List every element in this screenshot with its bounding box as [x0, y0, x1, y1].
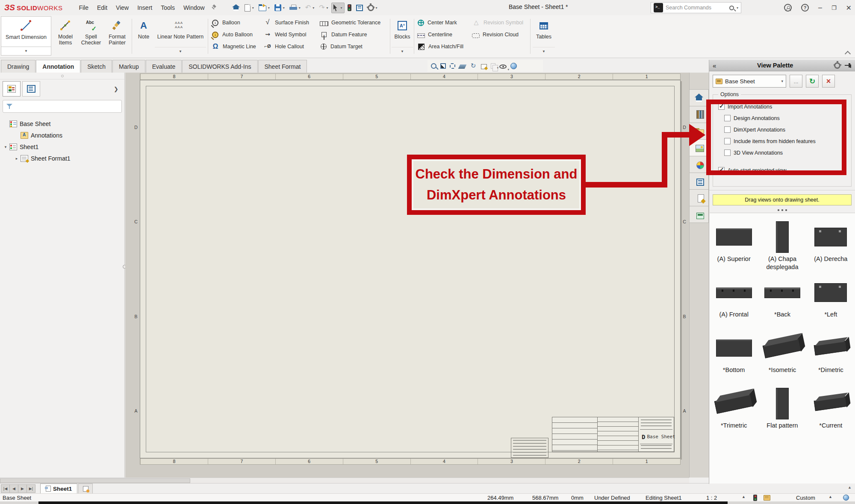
help-icon[interactable]: ?	[801, 4, 809, 12]
smart-dimension-button[interactable]: Smart Dimension	[1, 16, 51, 47]
view-thumbnail-image[interactable]	[716, 340, 752, 357]
configuration-name[interactable]: Custom	[796, 495, 815, 501]
copy-icon[interactable]: ▾	[491, 63, 495, 69]
dropdown-arrow-icon[interactable]: ▾	[376, 6, 377, 10]
view-thumbnail-image[interactable]	[714, 393, 753, 414]
ribbon-command[interactable]: Datum Feature	[320, 30, 389, 39]
rotate-view-icon[interactable]	[469, 62, 477, 70]
add-sheet-tab[interactable]	[78, 483, 93, 493]
print-button[interactable]: ▾	[288, 3, 302, 12]
document-select-dropdown[interactable]: Base Sheet ▾	[713, 75, 786, 88]
note-pattern-dropdown[interactable]: ▼	[155, 47, 206, 56]
view-thumbnail-item[interactable]: (A) Superior	[710, 219, 758, 272]
view-thumbnail-item[interactable]: (A) Chapa desplegada	[758, 219, 806, 272]
menu-item[interactable]: Edit	[93, 2, 112, 14]
view-thumbnail-image[interactable]	[763, 338, 802, 358]
open-button[interactable]: ▾	[257, 3, 271, 12]
close-button[interactable]: ✕	[846, 4, 852, 12]
menu-item[interactable]: Tools	[156, 2, 179, 14]
task-pane-tab[interactable]	[690, 189, 709, 206]
view-thumbnail-image[interactable]	[814, 228, 847, 246]
menu-item[interactable]: Window	[179, 2, 209, 14]
panel-collapse-handle[interactable]	[0, 73, 124, 79]
command-tab[interactable]: Markup	[112, 60, 145, 73]
smart-dimension-dropdown[interactable]: ▼	[1, 47, 51, 56]
ribbon-command[interactable]: Weld Symbol	[263, 30, 318, 39]
spell-checker-button[interactable]: Spell Checker	[79, 16, 103, 46]
view-thumbnail-image[interactable]	[776, 221, 789, 253]
view-thumbnail-image[interactable]	[814, 283, 847, 302]
ribbon-command[interactable]: Revision Cloud	[472, 30, 533, 39]
drawing-viewport[interactable]: 87654321 DCBA D Base Sheet	[125, 73, 689, 478]
scale-dropdown-icon[interactable]: ▲	[742, 495, 746, 499]
menu-item[interactable]: Insert	[133, 2, 156, 14]
zoom-to-fit-icon[interactable]	[431, 63, 436, 69]
previous-view-icon[interactable]	[450, 63, 455, 69]
file-properties-button[interactable]	[354, 3, 365, 12]
new-document-button[interactable]: ▾	[243, 3, 256, 13]
view-thumbnail-item[interactable]: *Isometric	[758, 330, 806, 383]
sheet-tab-active[interactable]: Sheet1	[40, 483, 77, 493]
horizontal-scrollbar[interactable]	[0, 478, 689, 483]
dropdown-arrow-icon[interactable]: ▾	[299, 6, 301, 10]
view-thumbnail-image[interactable]	[814, 396, 848, 411]
panel-expand-chevron-icon[interactable]: ❯	[114, 86, 122, 92]
browse-button[interactable]: ...	[790, 75, 802, 88]
zoom-to-area-icon[interactable]	[440, 63, 446, 69]
task-pane-tab[interactable]	[690, 173, 709, 190]
tree-filter-input[interactable]	[3, 100, 122, 113]
account-icon[interactable]	[784, 4, 792, 12]
linear-note-pattern-button[interactable]: Linear Note Pattern	[155, 16, 206, 40]
section-view-icon[interactable]	[458, 64, 467, 69]
view-thumbnail-image[interactable]	[716, 287, 752, 298]
view-thumbnail-image[interactable]	[716, 229, 752, 246]
auto-hide-pin-icon[interactable]	[845, 63, 852, 68]
tables-dropdown[interactable]: ▼	[533, 47, 555, 56]
ribbon-command[interactable]: Surface Finish	[263, 18, 318, 27]
config-dropdown-icon[interactable]: ▲	[828, 495, 832, 499]
command-tab[interactable]: Sheet Format	[258, 60, 307, 73]
view-thumbnail-item[interactable]: *Back	[758, 275, 806, 328]
view-thumbnail-item[interactable]: (A) Derecha	[807, 219, 855, 272]
display-manager-tab[interactable]	[22, 81, 40, 97]
tree-item[interactable]: Base Sheet	[0, 118, 124, 129]
view-thumbnail-item[interactable]: *Left	[807, 275, 855, 328]
search-icon[interactable]	[729, 6, 734, 10]
tables-button[interactable]: Tables	[533, 16, 555, 40]
palette-scroll-up-icon[interactable]: ▲	[848, 485, 852, 489]
hide-show-items-icon[interactable]: ▾	[499, 64, 507, 69]
refresh-button[interactable]: ↻	[806, 75, 819, 88]
search-input[interactable]: Search Commands	[666, 5, 727, 11]
view-thumbnail-item[interactable]: *Current	[807, 386, 855, 439]
ribbon-command[interactable]: Area Hatch/Fill	[417, 42, 472, 51]
task-pane-tab[interactable]	[690, 206, 709, 223]
home-button[interactable]	[230, 3, 242, 12]
tree-item[interactable]: ▸ Sheet Format1	[0, 152, 124, 164]
view-thumbnail-item[interactable]: *Trimetric	[710, 386, 758, 439]
undo-button[interactable]: ↶▾	[304, 3, 316, 12]
ribbon-command[interactable]: Hole Callout	[263, 42, 318, 51]
search-dropdown-icon[interactable]: ▾	[737, 6, 738, 10]
tree-expander-icon[interactable]: ▸	[13, 156, 21, 161]
view-thumbnail-item[interactable]: *Dimetric	[807, 330, 855, 383]
tree-item[interactable]: Annotations	[0, 129, 124, 141]
dropdown-arrow-icon[interactable]: ▾	[313, 6, 314, 10]
view-thumbnail-item[interactable]: *Bottom	[710, 330, 758, 383]
view-thumbnail-image[interactable]	[814, 341, 848, 355]
view-thumbnail-item[interactable]: Flat pattern	[758, 386, 806, 439]
scrollbar-thumb[interactable]	[0, 478, 190, 483]
command-tab[interactable]: Annotation	[36, 60, 80, 73]
dropdown-arrow-icon[interactable]: ▾	[327, 6, 328, 10]
view-settings-icon[interactable]	[510, 63, 517, 69]
ribbon-command[interactable]: Center Mark	[417, 18, 472, 27]
3d-drawing-view-icon[interactable]	[481, 64, 487, 69]
last-sheet-button[interactable]: ▶|	[27, 484, 35, 493]
dropdown-arrow-icon[interactable]: ▾	[268, 6, 270, 10]
dropdown-arrow-icon[interactable]: ▾	[252, 6, 254, 10]
command-tab[interactable]: SOLIDWORKS Add-Ins	[182, 60, 257, 73]
select-tool-button[interactable]: ▾	[331, 3, 345, 13]
ribbon-command[interactable]: Revision Symbol	[472, 18, 533, 27]
redo-button[interactable]: ↷▾	[317, 3, 330, 12]
options-button[interactable]: ▾	[366, 3, 379, 12]
dropdown-arrow-icon[interactable]: ▾	[341, 6, 342, 10]
